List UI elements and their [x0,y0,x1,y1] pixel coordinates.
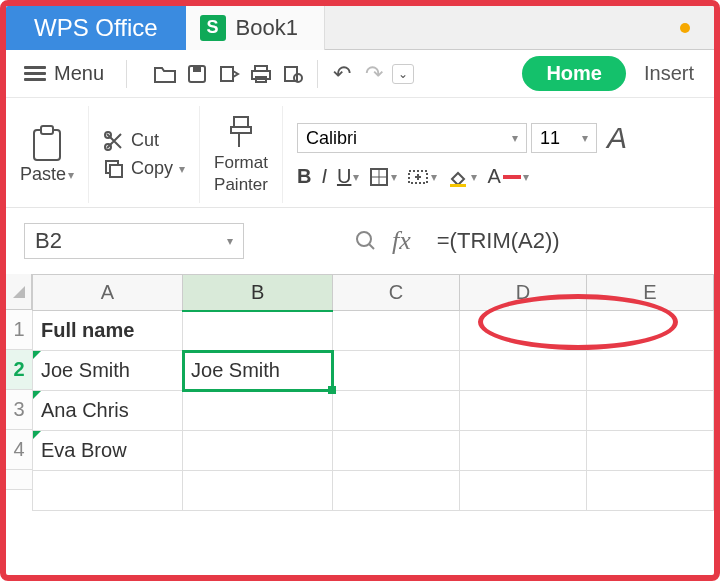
cell-B2[interactable]: Joe Smith [183,351,333,391]
svg-rect-1 [193,66,201,72]
cell-A3[interactable]: Ana Chris [33,391,183,431]
cell-A3-value: Ana Chris [41,399,129,421]
bold-button[interactable]: B [297,165,311,188]
redo-icon[interactable]: ↷ [360,62,388,86]
ribbon-tabs-row: Menu ↶ ↷ ⌄ Home Insert [6,50,714,98]
row-header-5[interactable] [6,470,32,490]
col-header-D[interactable]: D [460,275,587,311]
fx-icon[interactable]: fx [392,226,411,256]
svg-rect-8 [41,126,53,134]
tab-home[interactable]: Home [522,56,626,91]
format-painter-label-2: Painter [214,175,268,195]
cut-button[interactable]: Cut [103,130,185,152]
export-icon[interactable] [215,62,243,86]
merge-button[interactable]: ▾ [407,167,437,187]
cell-D5[interactable] [460,471,587,511]
ribbon: Paste▾ Cut Copy▾ Format Painter Calibri▾… [6,98,714,208]
cell-D4[interactable] [460,431,587,471]
paste-button[interactable]: Paste▾ [20,164,74,185]
row-header-2[interactable]: 2 [6,350,32,390]
fill-icon [447,167,469,187]
table-row: Full name [33,311,714,351]
col-header-B[interactable]: B [183,275,333,311]
row-header-3[interactable]: 3 [6,390,32,430]
cell-A2-value: Joe Smith [41,359,130,381]
paste-icon[interactable] [30,124,64,164]
cell-B1[interactable] [183,311,333,351]
row-header-1[interactable]: 1 [6,310,32,350]
cell-E3[interactable] [587,391,714,431]
cell-D2[interactable] [460,351,587,391]
cell-E5[interactable] [587,471,714,511]
increase-font-icon[interactable]: A [601,121,627,155]
name-box-value: B2 [35,228,62,254]
svg-rect-16 [450,184,466,187]
copy-label: Copy [131,158,173,179]
col-header-A[interactable]: A [33,275,183,311]
svg-point-18 [357,232,371,246]
menu-button[interactable]: Menu [14,58,114,89]
table-row: Ana Chris [33,391,714,431]
cell-B4[interactable] [183,431,333,471]
underline-label: U [337,165,351,188]
row-header-4[interactable]: 4 [6,430,32,470]
customize-qat-icon[interactable]: ⌄ [392,64,414,84]
svg-rect-13 [234,117,248,127]
font-name-select[interactable]: Calibri▾ [297,123,527,153]
save-icon[interactable] [183,62,211,86]
fill-color-button[interactable]: ▾ [447,167,477,187]
undo-icon[interactable]: ↶ [328,62,356,86]
italic-button[interactable]: I [321,165,327,188]
cell-B3[interactable] [183,391,333,431]
paste-group: Paste▾ [6,106,89,203]
svg-rect-17 [503,175,521,179]
cell-C5[interactable] [333,471,460,511]
cell-E1[interactable] [587,311,714,351]
format-painter-label-1: Format [214,153,268,173]
underline-button[interactable]: U▾ [337,165,359,188]
cell-E2[interactable] [587,351,714,391]
copy-button[interactable]: Copy▾ [103,158,185,180]
scissors-icon [103,130,125,152]
tab-insert[interactable]: Insert [632,56,706,91]
spreadsheet-grid[interactable]: 1 2 3 4 A B C D E Full name Joe Smith Jo… [6,274,714,511]
column-headers: A B C D E [33,275,714,311]
quick-access-toolbar: ↶ ↷ ⌄ [139,60,414,88]
cell-C3[interactable] [333,391,460,431]
app-title: WPS Office [6,6,186,50]
cell-A4[interactable]: Eva Brow [33,431,183,471]
row-headers: 1 2 3 4 [6,274,32,511]
error-indicator-icon [33,431,41,439]
separator [126,60,127,88]
cell-D3[interactable] [460,391,587,431]
clipboard-group: Cut Copy▾ [89,106,200,203]
cell-D1[interactable] [460,311,587,351]
borders-button[interactable]: ▾ [369,167,397,187]
cut-label: Cut [131,130,159,151]
cell-C1[interactable] [333,311,460,351]
format-painter-group[interactable]: Format Painter [200,106,283,203]
document-tab[interactable]: S Book1 [186,6,325,50]
name-box[interactable]: B2 ▾ [24,223,244,259]
svg-rect-12 [110,165,122,177]
cell-A1[interactable]: Full name [33,311,183,351]
preview-icon[interactable] [279,62,307,86]
font-size-select[interactable]: 11▾ [531,123,597,153]
select-all-corner[interactable] [6,274,32,310]
cell-A5[interactable] [33,471,183,511]
cell-A2[interactable]: Joe Smith [33,351,183,391]
cell-C2[interactable] [333,351,460,391]
menu-label: Menu [54,62,104,85]
font-color-button[interactable]: A▾ [487,165,528,188]
cell-C4[interactable] [333,431,460,471]
print-icon[interactable] [247,62,275,86]
cell-B5[interactable] [183,471,333,511]
col-header-C[interactable]: C [333,275,460,311]
zoom-icon[interactable] [354,229,378,253]
formula-input[interactable]: =(TRIM(A2)) [425,224,572,258]
col-header-E[interactable]: E [587,275,714,311]
open-icon[interactable] [151,62,179,86]
merge-icon [407,167,429,187]
cell-E4[interactable] [587,431,714,471]
formula-bar: B2 ▾ fx =(TRIM(A2)) [6,208,714,274]
